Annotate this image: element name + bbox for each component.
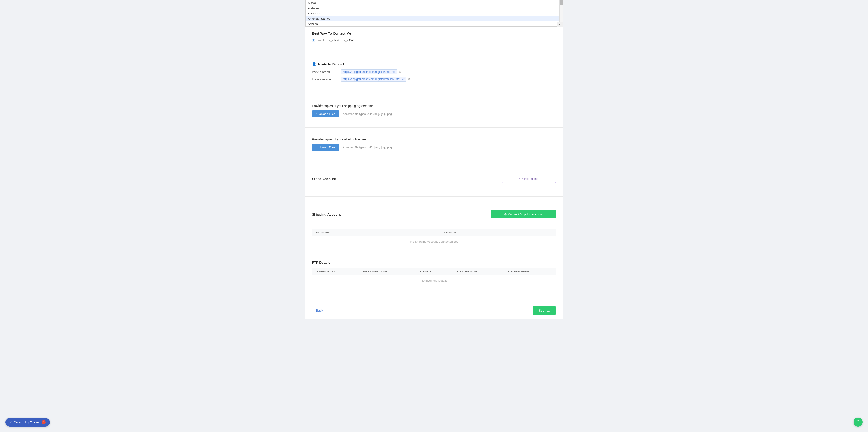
invite-brand-label: Invite a brand : <box>312 70 339 74</box>
shipping-agreements-upload-label: Upload Files <box>319 112 335 116</box>
back-button[interactable]: ← Back <box>312 309 323 312</box>
divider-2 <box>305 94 563 94</box>
divider-4 <box>305 161 563 161</box>
copy-retailer-icon[interactable]: ⧉ <box>408 77 410 81</box>
ftp-inventory-id-header: INVENTORY ID <box>312 268 360 275</box>
invite-retailer-label: Invite a retailer : <box>312 78 339 81</box>
contact-text-radio[interactable] <box>329 39 333 42</box>
contact-email-text: Email <box>316 38 324 42</box>
state-dropdown[interactable]: Alaska Alabama Arkansas American Samoa A… <box>305 0 563 27</box>
contact-call-text: Call <box>349 38 354 42</box>
contact-section-title: Best Way To Contact Me <box>312 31 556 35</box>
onboarding-tracker-label: Onboarding Tracker <box>14 421 40 424</box>
plus-icon: ⊕ <box>504 212 507 216</box>
shipping-table-container: NICKNAME CARRIER No Shipping Account Con… <box>305 229 563 250</box>
invite-retailer-link[interactable]: https://app.getbarcart.com/register/reta… <box>341 77 406 82</box>
divider-7 <box>305 296 563 296</box>
state-item[interactable]: Arkansas <box>306 11 562 16</box>
ftp-section-title: FTP Details <box>312 261 556 264</box>
contact-text-text: Text <box>334 38 339 42</box>
contact-options: Email Text Call <box>312 38 556 42</box>
ftp-inventory-code-header: INVENTORY CODE <box>360 268 416 275</box>
connect-shipping-button[interactable]: ⊕ Connect Shipping Account <box>491 210 556 218</box>
divider-5 <box>305 196 563 197</box>
shipping-table-head: NICKNAME CARRIER <box>312 229 556 236</box>
onboarding-tracker-badge: 4 <box>41 420 46 424</box>
state-item[interactable]: Alabama <box>306 6 562 11</box>
submit-button[interactable]: Subm... <box>532 307 556 315</box>
ftp-table: INVENTORY ID INVENTORY CODE FTP HOST FTP… <box>312 267 556 286</box>
contact-call-label[interactable]: Call <box>344 38 354 42</box>
shipping-table-empty-message: No Shipping Account Connected Yet <box>312 236 556 247</box>
contact-email-radio[interactable] <box>312 39 315 42</box>
state-item[interactable]: Arizona <box>306 21 562 26</box>
state-list: Alaska Alabama Arkansas American Samoa A… <box>305 0 563 27</box>
scrollbar-thumb[interactable] <box>560 0 563 5</box>
shipping-agreements-desc: Provide copies of your shipping agreemen… <box>312 104 556 108</box>
stripe-incomplete-label: Incomplete <box>524 177 538 180</box>
alcohol-licenses-upload-button[interactable]: ↑ Upload Files <box>312 144 339 151</box>
stripe-account-row: Stripe Account ⓘ Incomplete <box>312 171 556 186</box>
ftp-username-header: FTP USERNAME <box>453 268 504 275</box>
ftp-section: FTP Details INVENTORY ID INVENTORY CODE … <box>305 261 563 291</box>
ftp-table-empty-row: No Inventory Details <box>312 275 556 286</box>
ftp-table-head: INVENTORY ID INVENTORY CODE FTP HOST FTP… <box>312 268 556 275</box>
onboarding-tracker[interactable]: ✓ Onboarding Tracker 4 <box>5 418 50 427</box>
invite-retailer-row: Invite a retailer : https://app.getbarca… <box>312 77 556 82</box>
alcohol-licenses-section: Provide copies of your alcohol licenses.… <box>305 133 563 155</box>
shipping-agreements-upload-row: ↑ Upload Files Accepted file types: .pdf… <box>312 110 556 117</box>
onboarding-tracker-icon: ✓ <box>9 421 12 424</box>
help-button[interactable]: ? <box>854 417 863 427</box>
ftp-table-empty-message: No Inventory Details <box>312 275 556 286</box>
bottom-navigation: ← Back Subm... <box>305 302 563 319</box>
state-item-selected[interactable]: American Samoa <box>306 16 562 21</box>
invite-section-title: 👤 Invite to Barcart <box>312 62 556 66</box>
invite-section: 👤 Invite to Barcart Invite a brand : htt… <box>305 57 563 88</box>
submit-button-label: Subm... <box>539 309 550 312</box>
shipping-table-carrier-header: CARRIER <box>440 229 556 236</box>
alcohol-licenses-upload-row: ↑ Upload Files Accepted file types: .pdf… <box>312 144 556 151</box>
contact-section: Best Way To Contact Me Email Text Call <box>305 27 563 46</box>
ftp-table-body: No Inventory Details <box>312 275 556 286</box>
shipping-table-header-row: NICKNAME CARRIER <box>312 229 556 236</box>
shipping-agreements-upload-button[interactable]: ↑ Upload Files <box>312 110 339 117</box>
alcohol-licenses-hint: Accepted file types: .pdf, .jpeg, .jpg, … <box>343 146 392 149</box>
upload-arrow-icon: ↑ <box>316 112 318 116</box>
alcohol-licenses-upload-label: Upload Files <box>319 146 335 149</box>
dropdown-arrow-icon[interactable]: ▼ <box>557 22 563 27</box>
shipping-account-label: Shipping Account <box>312 212 341 216</box>
ftp-host-header: FTP HOST <box>416 268 453 275</box>
shipping-table-empty-row: No Shipping Account Connected Yet <box>312 236 556 247</box>
copy-brand-icon[interactable]: ⧉ <box>399 70 401 74</box>
back-button-label: ← Back <box>312 309 323 312</box>
contact-text-label[interactable]: Text <box>329 38 339 42</box>
invite-title-text: Invite to Barcart <box>318 62 344 66</box>
contact-email-label[interactable]: Email <box>312 38 324 42</box>
help-icon: ? <box>857 420 859 425</box>
shipping-agreements-hint: Accepted file types: .pdf, .jpeg, .jpg, … <box>343 112 392 116</box>
contact-call-radio[interactable] <box>344 39 348 42</box>
ftp-password-header: FTP PASSWORD <box>504 268 556 275</box>
shipping-agreements-section: Provide copies of your shipping agreemen… <box>305 99 563 122</box>
invite-brand-row: Invite a brand : https://app.getbarcart.… <box>312 69 556 75</box>
shipping-table-nickname-header: NICKNAME <box>312 229 440 236</box>
alcohol-licenses-desc: Provide copies of your alcohol licenses. <box>312 138 556 141</box>
stripe-account-label: Stripe Account <box>312 177 336 181</box>
stripe-account-section: Stripe Account ⓘ Incomplete <box>305 167 563 191</box>
shipping-account-section: Shipping Account ⊕ Connect Shipping Acco… <box>305 202 563 226</box>
shipping-table-body: No Shipping Account Connected Yet <box>312 236 556 247</box>
divider-6 <box>305 255 563 255</box>
state-item[interactable]: Alaska <box>306 0 562 6</box>
stripe-incomplete-button[interactable]: ⓘ Incomplete <box>502 175 556 183</box>
ftp-table-header-row: INVENTORY ID INVENTORY CODE FTP HOST FTP… <box>312 268 556 275</box>
person-icon: 👤 <box>312 62 316 66</box>
invite-brand-link[interactable]: https://app.getbarcart.com/register/98fd… <box>341 69 397 75</box>
upload-arrow-icon-2: ↑ <box>316 146 318 149</box>
info-icon: ⓘ <box>520 177 523 181</box>
shipping-account-row: Shipping Account ⊕ Connect Shipping Acco… <box>312 206 556 222</box>
connect-shipping-label: Connect Shipping Account <box>508 212 543 216</box>
shipping-table: NICKNAME CARRIER No Shipping Account Con… <box>312 229 556 247</box>
